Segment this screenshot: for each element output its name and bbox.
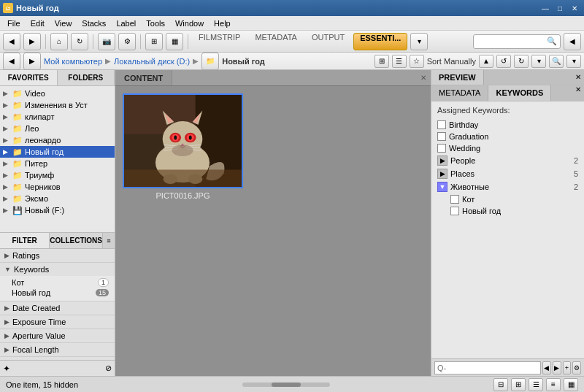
tab-kw-metadata[interactable]: METADATA: [431, 85, 488, 101]
tab-essentials[interactable]: ESSENTI...: [353, 33, 407, 50]
folder-item-leo[interactable]: ▶ 📁 Лео: [0, 123, 115, 134]
folder-item-eksmo[interactable]: ▶ 📁 Эксмо: [0, 193, 115, 204]
menu-tools[interactable]: Tools: [142, 18, 169, 29]
minimize-button[interactable]: —: [539, 2, 552, 14]
bc-forward-button[interactable]: ▶: [23, 53, 41, 70]
rotate-right-button[interactable]: ↻: [514, 55, 529, 68]
tab-collections[interactable]: COLLECTIONS: [50, 233, 103, 248]
filter-panel-close[interactable]: ≡: [103, 233, 115, 248]
tab-folders[interactable]: FOLDERS: [58, 70, 115, 85]
sort-asc-button[interactable]: ▲: [479, 55, 493, 68]
refresh-button[interactable]: ↻: [71, 33, 88, 50]
folder-item-piter[interactable]: ▶ 📁 Питер: [0, 158, 115, 169]
status-view-btn-5[interactable]: ▦: [564, 378, 578, 391]
menu-file[interactable]: File: [3, 18, 25, 29]
filter-kw-row-0[interactable]: Кот 1: [12, 277, 109, 288]
tab-filmstrip[interactable]: FILMSTRIP: [193, 33, 246, 50]
folder-item-changes[interactable]: ▶ 📁 Изменения в Уст: [0, 99, 115, 111]
kw-checkbox-birthday[interactable]: [437, 120, 446, 129]
wand-icon[interactable]: ✦: [3, 364, 10, 374]
menu-label[interactable]: Label: [112, 18, 140, 29]
folder-item-triumf[interactable]: ▶ 📁 Триумф: [0, 169, 115, 181]
kw-expand-people[interactable]: ▶: [437, 155, 447, 166]
forward-button[interactable]: ▶: [23, 33, 41, 50]
bc-back-button[interactable]: ◀: [3, 53, 20, 70]
search-input[interactable]: [477, 37, 547, 46]
status-view-btn-1[interactable]: ⊟: [493, 378, 508, 391]
kw-expand-animals[interactable]: ▼: [437, 182, 447, 192]
home-button[interactable]: ⌂: [50, 33, 68, 50]
kw-add-button[interactable]: +: [563, 361, 572, 374]
folder-item-leonardo[interactable]: ▶ 📁 леонардо: [0, 134, 115, 146]
menu-edit[interactable]: Edit: [26, 18, 49, 29]
thumbnail-item-0[interactable]: PICT0016.JPG: [123, 93, 243, 200]
folder-item-clipart[interactable]: ▶ 📁 клипарт: [0, 111, 115, 123]
camera-button[interactable]: 📷: [98, 33, 115, 50]
filter-header-aperture[interactable]: ▶ Aperture Value: [0, 329, 115, 342]
status-view-btn-2[interactable]: ⊞: [511, 378, 526, 391]
kw-checkbox-wedding[interactable]: [437, 144, 446, 153]
view-btn-1[interactable]: ⊞: [145, 33, 163, 50]
kw-checkbox-ng[interactable]: [450, 207, 459, 215]
kw-next-button[interactable]: ▶: [553, 361, 561, 374]
kw-group-places[interactable]: ▶ Places 5: [437, 167, 578, 180]
filter-header-datecreated[interactable]: ▶ Date Created: [0, 301, 115, 315]
tab-favorites[interactable]: FAVORITES: [0, 70, 58, 85]
workspace-dropdown[interactable]: ▾: [410, 33, 428, 50]
filter-header-keywords[interactable]: ▼ Keywords: [0, 263, 115, 276]
kw-group-animals[interactable]: ▼ Животные 2: [437, 180, 578, 193]
kw-expand-places[interactable]: ▶: [437, 169, 447, 179]
menu-window[interactable]: Window: [171, 18, 208, 29]
breadcrumb-drive[interactable]: Локальный диск (D:): [114, 57, 190, 66]
view-mode-button[interactable]: ▾: [531, 55, 546, 68]
view-btn-2[interactable]: ▦: [166, 33, 183, 50]
folder-item-novyygod[interactable]: ▶ 📁 Новый год: [0, 146, 115, 158]
tab-metadata[interactable]: METADATA: [249, 33, 302, 50]
tab-output[interactable]: OUTPUT: [306, 33, 350, 50]
menu-view[interactable]: View: [50, 18, 77, 29]
menu-stacks[interactable]: Stacks: [77, 18, 110, 29]
filter-header-focal[interactable]: ▶ Focal Length: [0, 343, 115, 356]
content-close-button[interactable]: ✕: [420, 74, 431, 82]
maximize-button[interactable]: □: [553, 2, 566, 14]
content-tab[interactable]: CONTENT: [115, 70, 172, 85]
search-options-button[interactable]: ◀: [564, 33, 581, 50]
folder-item-chernikov[interactable]: ▶ 📁 Черников: [0, 181, 115, 193]
kw-prev-button[interactable]: ◀: [542, 361, 551, 374]
kw-close-button[interactable]: ✕: [575, 85, 584, 101]
gear-button[interactable]: ⚙: [118, 33, 136, 50]
folder-icon-chernikov: 📁: [12, 182, 23, 191]
tab-preview[interactable]: PREVIEW: [431, 70, 484, 85]
list-view-button[interactable]: ☰: [392, 55, 407, 68]
star-button[interactable]: ☆: [410, 55, 424, 68]
grid-view-button[interactable]: ⊞: [374, 55, 389, 68]
kw-group-people[interactable]: ▶ People 2: [437, 154, 578, 167]
tab-filter[interactable]: FILTER: [0, 233, 50, 248]
expand-icon-video: ▶: [3, 90, 10, 97]
close-button[interactable]: ✕: [568, 2, 581, 14]
kw-search-input[interactable]: [434, 361, 541, 374]
filter-header-ratings[interactable]: ▶ Ratings: [0, 249, 115, 262]
kw-checkbox-graduation[interactable]: [437, 132, 446, 141]
filter-kw-row-1[interactable]: Новый год 15: [12, 288, 109, 298]
more-button[interactable]: ▾: [566, 55, 581, 68]
search-box[interactable]: 🔍: [473, 34, 561, 49]
status-view-btn-4[interactable]: ≡: [546, 378, 561, 391]
breadcrumb-computer[interactable]: Мой компьютер: [44, 57, 102, 66]
menu-help[interactable]: Help: [210, 18, 235, 29]
kw-checkbox-kot[interactable]: [450, 195, 459, 204]
kw-options-button[interactable]: ⚙: [572, 361, 581, 374]
folder-icon-eksmo: 📁: [12, 194, 23, 203]
app-icon: 🗂: [3, 3, 13, 13]
thumbnail-image-0[interactable]: [123, 93, 243, 188]
filter-button[interactable]: 🔍: [549, 55, 564, 68]
status-view-btn-3[interactable]: ☰: [529, 378, 543, 391]
rotate-left-button[interactable]: ↺: [496, 55, 511, 68]
preview-close-button[interactable]: ✕: [575, 73, 584, 81]
svg-point-13: [174, 135, 177, 139]
filter-header-exposure[interactable]: ▶ Exposure Time: [0, 315, 115, 328]
back-button[interactable]: ◀: [3, 33, 20, 50]
folder-item-video[interactable]: ▶ 📁 Video: [0, 88, 115, 99]
tab-kw-keywords[interactable]: KEYWORDS: [488, 85, 551, 101]
folder-item-newf[interactable]: ▶ 💾 Новый (F:): [0, 204, 115, 216]
